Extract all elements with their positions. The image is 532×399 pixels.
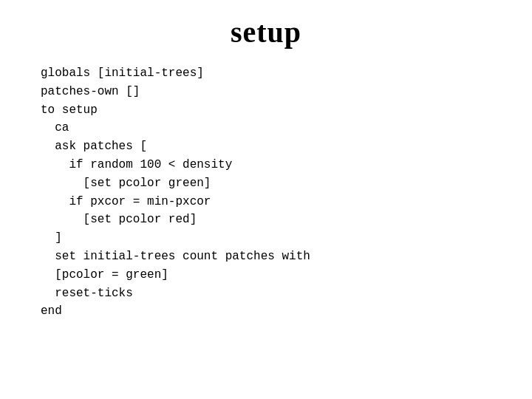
code-block: globals [initial-trees] patches-own [] t… [41,64,310,321]
page-title: setup [231,15,301,50]
page-container: setup globals [initial-trees] patches-ow… [0,0,532,399]
